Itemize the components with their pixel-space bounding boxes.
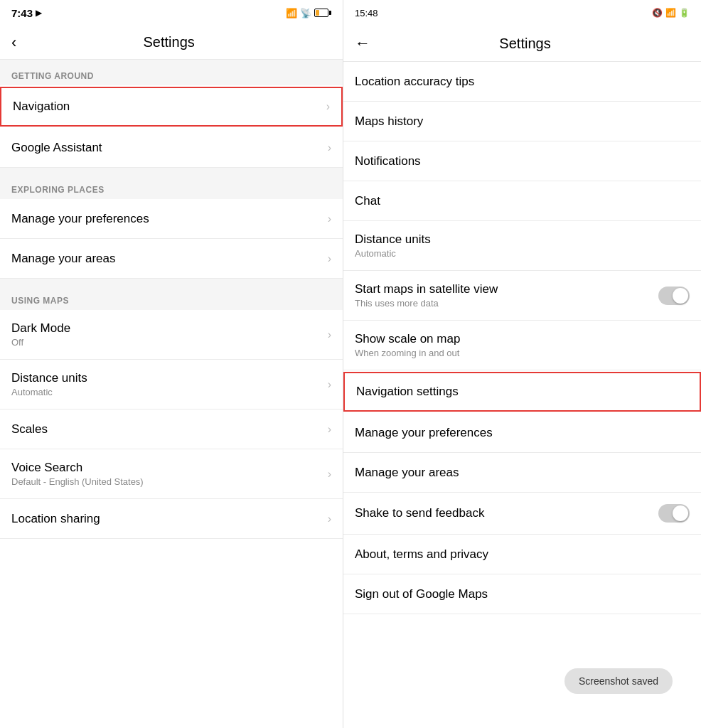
google-assistant-chevron-icon: › (328, 141, 331, 154)
right-settings-item-manage-areas[interactable]: Manage your areas (343, 453, 701, 493)
section-header-exploring-places: EXPLORING PLACES (0, 173, 343, 199)
settings-item-manage-areas[interactable]: Manage your areas › (0, 239, 343, 279)
distance-units-sublabel: Automatic (11, 387, 87, 397)
right-app-header: ← Settings (343, 26, 701, 62)
manage-areas-chevron-icon: › (328, 252, 331, 265)
right-settings-item-navigation-settings[interactable]: Navigation settings (343, 372, 701, 412)
right-distance-units-label: Distance units (355, 232, 431, 247)
location-sharing-label: Location sharing (11, 512, 100, 526)
navigation-settings-label: Navigation settings (356, 385, 459, 399)
satellite-view-label: Start maps in satellite view (355, 282, 658, 296)
notifications-label: Notifications (355, 154, 421, 168)
satellite-view-sublabel: This uses more data (355, 298, 658, 309)
distance-units-chevron-icon: › (328, 378, 331, 391)
section-header-getting-around: GETTING AROUND (0, 60, 343, 85)
right-settings-item-notifications[interactable]: Notifications (343, 141, 701, 181)
voice-search-sublabel: Default - English (United States) (11, 476, 144, 487)
right-distance-units-sublabel: Automatic (355, 248, 431, 259)
satellite-view-toggle[interactable] (658, 287, 690, 305)
right-back-button[interactable]: ← (355, 34, 370, 53)
dark-mode-label: Dark Mode (11, 321, 70, 336)
chat-label: Chat (355, 194, 380, 208)
right-settings-item-satellite-view[interactable]: Start maps in satellite view This uses m… (343, 271, 701, 321)
right-settings-item-chat[interactable]: Chat (343, 181, 701, 221)
right-status-time: 15:48 (355, 8, 378, 18)
settings-item-voice-search[interactable]: Voice Search Default - English (United S… (0, 449, 343, 499)
left-back-button[interactable]: ‹ (11, 35, 16, 50)
shake-feedback-label: Shake to send feedback (355, 506, 658, 520)
google-assistant-label: Google Assistant (11, 141, 102, 155)
right-settings-item-distance-units[interactable]: Distance units Automatic (343, 221, 701, 271)
screenshot-toast: Screenshot saved (564, 668, 673, 694)
divider-2 (0, 279, 343, 284)
manage-preferences-label: Manage your preferences (11, 212, 149, 226)
left-status-bar: 7:43 ▶ 📶 📡 (0, 0, 343, 26)
divider-1 (0, 168, 343, 173)
show-scale-sublabel: When zooming in and out (355, 348, 460, 358)
right-signal-icon: 📶 (665, 8, 676, 18)
settings-item-scales[interactable]: Scales › (0, 410, 343, 449)
settings-item-navigation[interactable]: Navigation › (0, 87, 343, 127)
maps-history-label: Maps history (355, 114, 423, 129)
right-battery-icon: 🔋 (679, 8, 690, 18)
left-app-header: ‹ Settings (0, 26, 343, 60)
right-settings-item-show-scale[interactable]: Show scale on map When zooming in and ou… (343, 321, 701, 370)
settings-item-location-sharing[interactable]: Location sharing › (0, 499, 343, 539)
left-status-time: 7:43 (11, 7, 33, 19)
right-mute-icon: 🔇 (652, 8, 663, 18)
right-settings-item-manage-preferences[interactable]: Manage your preferences (343, 413, 701, 453)
left-page-title: Settings (28, 34, 310, 50)
right-manage-preferences-label: Manage your preferences (355, 426, 493, 440)
settings-item-manage-preferences[interactable]: Manage your preferences › (0, 199, 343, 239)
dark-mode-chevron-icon: › (328, 328, 331, 341)
section-header-using-maps: USING MAPS (0, 284, 343, 310)
location-accuracy-label: Location accuracy tips (355, 75, 474, 89)
manage-areas-label: Manage your areas (11, 252, 115, 266)
wifi-icon: 📡 (300, 8, 311, 18)
manage-preferences-chevron-icon: › (328, 213, 331, 225)
distance-units-label: Distance units (11, 371, 87, 385)
voice-search-chevron-icon: › (328, 468, 331, 481)
signal-bars-icon: 📶 (286, 8, 297, 18)
left-panel: 7:43 ▶ 📶 📡 ‹ Settings GETTING AROUND Nav… (0, 0, 343, 728)
right-settings-item-location-accuracy[interactable]: Location accuracy tips (343, 62, 701, 102)
about-terms-label: About, terms and privacy (355, 547, 488, 562)
location-sharing-chevron-icon: › (328, 513, 331, 525)
dark-mode-sublabel: Off (11, 337, 70, 348)
navigation-label: Navigation (13, 100, 70, 114)
right-status-bar: 15:48 🔇 📶 🔋 (343, 0, 701, 26)
settings-item-distance-units[interactable]: Distance units Automatic › (0, 360, 343, 410)
right-panel: 15:48 🔇 📶 🔋 ← Settings Location accuracy… (343, 0, 701, 728)
scales-label: Scales (11, 422, 48, 437)
show-scale-label: Show scale on map (355, 332, 460, 346)
right-manage-areas-label: Manage your areas (355, 466, 459, 480)
settings-item-google-assistant[interactable]: Google Assistant › (0, 128, 343, 168)
right-settings-item-sign-out[interactable]: Sign out of Google Maps (343, 574, 701, 614)
sign-out-label: Sign out of Google Maps (355, 587, 488, 601)
right-settings-item-shake-feedback[interactable]: Shake to send feedback (343, 493, 701, 535)
battery-icon (314, 9, 331, 17)
location-icon: ▶ (36, 8, 42, 18)
navigation-chevron-icon: › (326, 100, 330, 113)
right-status-icons: 🔇 📶 🔋 (652, 8, 690, 18)
right-settings-item-maps-history[interactable]: Maps history (343, 102, 701, 141)
right-settings-item-about-terms[interactable]: About, terms and privacy (343, 535, 701, 574)
right-page-title: Settings (382, 36, 668, 52)
voice-search-label: Voice Search (11, 461, 144, 475)
scales-chevron-icon: › (328, 423, 331, 436)
left-status-icons: 📶 📡 (286, 8, 331, 18)
settings-item-dark-mode[interactable]: Dark Mode Off › (0, 310, 343, 360)
shake-feedback-toggle[interactable] (658, 504, 690, 523)
